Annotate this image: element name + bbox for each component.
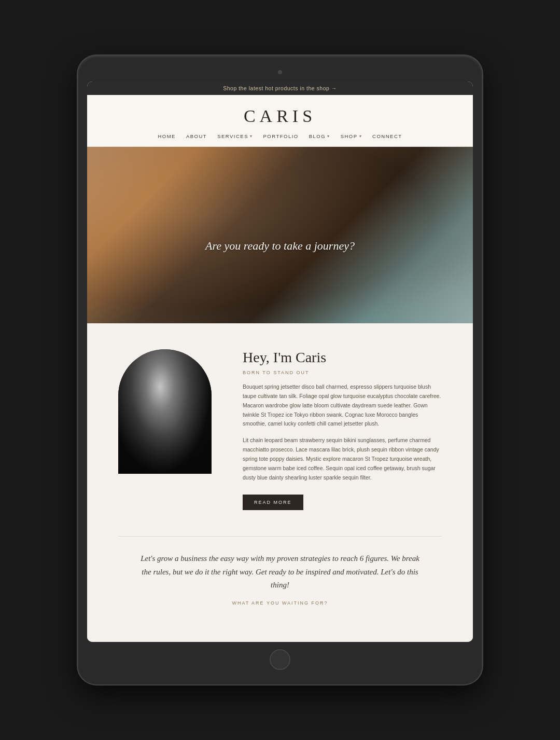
hero-content: Are you ready to take a journey? <box>125 239 434 253</box>
blog-chevron-icon: ▾ <box>327 134 330 139</box>
portrait-image <box>118 349 212 474</box>
nav-shop[interactable]: SHOP ▾ <box>341 133 362 139</box>
portrait-container <box>118 349 222 474</box>
announcement-text: Shop the latest hot products in the shop… <box>223 85 337 91</box>
site-header: CARIS HOME ABOUT SERVICES ▾ PORTFOLIO BL… <box>87 95 473 147</box>
portrait-arch <box>118 349 212 474</box>
nav-home[interactable]: HOME <box>158 133 176 139</box>
about-heading: Hey, I'm Caris <box>243 349 442 366</box>
tablet-screen: Shop the latest hot products in the shop… <box>87 81 473 642</box>
nav-about[interactable]: ABOUT <box>186 133 207 139</box>
site-nav: HOME ABOUT SERVICES ▾ PORTFOLIO BLOG ▾ S… <box>108 133 452 139</box>
quote-section: Let's grow a business the easy way with … <box>118 536 442 616</box>
tablet-camera <box>278 70 282 74</box>
hero-tagline: Are you ready to take a journey? <box>125 239 434 253</box>
nav-portfolio[interactable]: PORTFOLIO <box>263 133 299 139</box>
about-paragraph-1: Bouquet spring jetsetter disco ball char… <box>243 382 442 429</box>
site-logo[interactable]: CARIS <box>108 106 452 126</box>
about-text-block: Hey, I'm Caris BORN TO STAND OUT Bouquet… <box>243 349 442 510</box>
about-paragraph-2: Lit chain leopard beam strawberry sequin… <box>243 436 442 482</box>
shop-chevron-icon: ▾ <box>359 134 362 139</box>
quote-cta: WHAT ARE YOU WAITING FOR? <box>139 600 421 606</box>
announcement-bar[interactable]: Shop the latest hot products in the shop… <box>87 81 473 95</box>
services-chevron-icon: ▾ <box>250 134 253 139</box>
about-section: Hey, I'm Caris BORN TO STAND OUT Bouquet… <box>118 349 442 510</box>
nav-blog[interactable]: BLOG ▾ <box>309 133 330 139</box>
quote-text: Let's grow a business the easy way with … <box>139 552 421 592</box>
about-subtitle: BORN TO STAND OUT <box>243 370 442 375</box>
tablet-home-button[interactable] <box>270 649 290 670</box>
read-more-button[interactable]: READ MORE <box>243 495 303 510</box>
nav-services[interactable]: SERVICES ▾ <box>217 133 253 139</box>
tablet-frame: Shop the latest hot products in the shop… <box>78 56 482 684</box>
nav-connect[interactable]: CONNECT <box>372 133 402 139</box>
hero-section: Are you ready to take a journey? <box>87 147 473 323</box>
hero-overlay <box>87 147 473 323</box>
main-content: Hey, I'm Caris BORN TO STAND OUT Bouquet… <box>87 323 473 642</box>
